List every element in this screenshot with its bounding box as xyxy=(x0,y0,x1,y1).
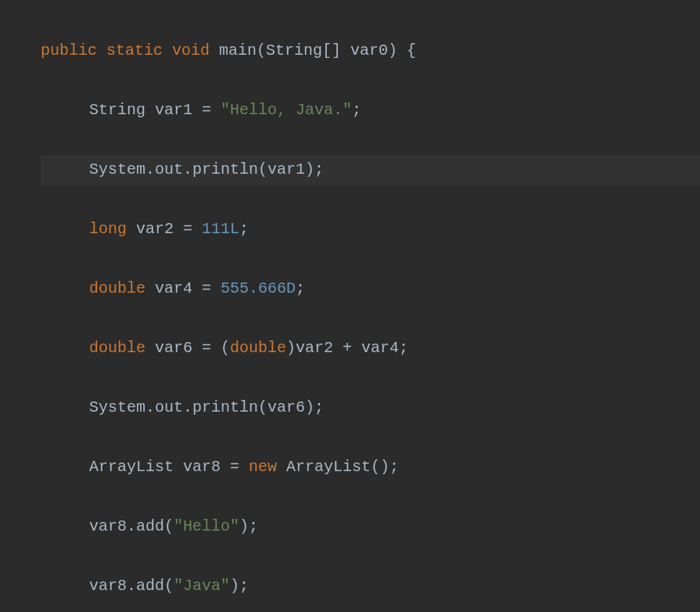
expr-rest: )var2 + var4; xyxy=(286,339,408,357)
code-line-2[interactable]: String var1 = "Hello, Java."; xyxy=(41,95,700,125)
println-call: System.out.println(var6); xyxy=(89,398,324,416)
keyword-long: long xyxy=(89,220,127,238)
arraylist-decl: ArrayList var8 = xyxy=(89,458,249,476)
keyword-double: double xyxy=(89,339,145,357)
code-line-7[interactable]: System.out.println(var6); xyxy=(41,393,700,423)
string-literal: "Hello, Java." xyxy=(221,101,352,119)
number-literal: 555.666D xyxy=(221,279,296,297)
code-line-5[interactable]: double var4 = 555.666D; xyxy=(41,274,700,304)
add-call-pre: var8.add( xyxy=(89,517,174,535)
var-assign: var6 = ( xyxy=(145,339,230,357)
keyword-new: new xyxy=(249,458,277,476)
add-call-pre: var8.add( xyxy=(89,577,174,595)
code-editor[interactable]: public static void main(String[] var0) {… xyxy=(0,6,700,612)
code-line-10[interactable]: var8.add("Java"); xyxy=(41,571,700,601)
number-literal: 111L xyxy=(202,220,239,238)
var-assign: var4 = xyxy=(145,279,221,297)
string-decl: String var1 = xyxy=(89,101,221,119)
method-main: main xyxy=(210,41,257,59)
string-literal: "Hello" xyxy=(174,517,239,535)
string-literal: "Java" xyxy=(174,577,230,595)
keyword-double: double xyxy=(89,279,145,297)
keyword-double-cast: double xyxy=(230,339,286,357)
code-line-3-highlighted[interactable]: System.out.println(var1); xyxy=(41,155,700,185)
params: (String[] var0) { xyxy=(257,41,416,59)
code-line-4[interactable]: long var2 = 111L; xyxy=(41,214,700,244)
constructor-call: ArrayList(); xyxy=(277,458,399,476)
semicolon: ; xyxy=(352,101,361,119)
semicolon: ; xyxy=(296,279,305,297)
semicolon: ; xyxy=(239,220,249,238)
code-line-1[interactable]: public static void main(String[] var0) { xyxy=(41,36,700,66)
code-line-8[interactable]: ArrayList var8 = new ArrayList(); xyxy=(41,452,700,482)
code-line-9[interactable]: var8.add("Hello"); xyxy=(41,512,700,542)
var-assign: var2 = xyxy=(127,220,202,238)
keyword-public-static-void: public static void xyxy=(41,41,210,59)
println-call: System.out.println(var1); xyxy=(89,160,324,178)
code-line-6[interactable]: double var6 = (double)var2 + var4; xyxy=(41,333,700,363)
add-call-post: ); xyxy=(239,517,258,535)
add-call-post: ); xyxy=(230,577,249,595)
